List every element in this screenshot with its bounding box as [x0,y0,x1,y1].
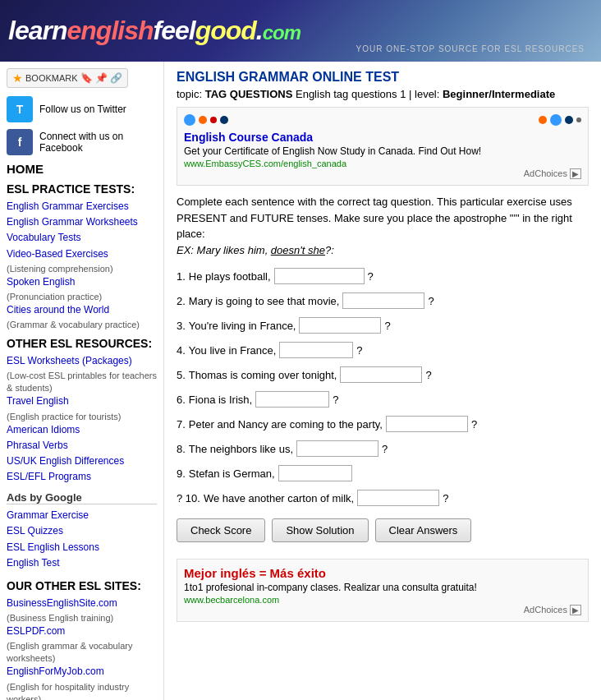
sidebar-link-usuk[interactable]: US/UK English Differences [7,454,157,469]
site-logo[interactable]: learnenglishfeelgood.com [8,16,300,46]
clear-answers-button[interactable]: Clear Answers [375,518,472,542]
test-title: ENGLISH GRAMMAR ONLINE TEST [177,70,589,85]
q10-num: ? 10. [177,492,200,504]
ad-link-lessons[interactable]: ESL English Lessons [7,540,157,555]
sidebar-link-programs[interactable]: ESL/EFL Programs [7,469,157,485]
question-8: 8. The neighbors like us, ? [177,440,589,457]
q2-num: 2. [177,295,186,307]
sidebar-link-worksheets[interactable]: ESL Worksheets (Packages) [7,353,157,369]
sidebar-link-spoken[interactable]: Spoken English [7,274,157,290]
dot6 [550,114,562,126]
ad-link-quizzes[interactable]: ESL Quizzes [7,523,157,539]
topic-name: TAG QUESTIONS [205,88,293,100]
other-section-title: OTHER ESL RESOURCES: [7,337,157,350]
sidebar: ★ BOOKMARK 🔖 📌 🔗 T Follow us on Twitter … [0,62,164,700]
q5-num: 5. [177,369,186,381]
ad-dots-right [539,114,581,126]
logo-good: good [195,16,256,45]
q6-text: Fiona is Irish, [189,394,252,406]
topic-rest: English tag questions 1 | level: [296,88,443,100]
ad-url[interactable]: www.EmbassyCES.com/english_canada [184,159,581,168]
sidebar-link-cities[interactable]: Cities around the World [7,302,157,318]
question-3: 3. You're living in France, ? [177,317,589,334]
sidebar-link-travel[interactable]: Travel English [7,394,157,409]
facebook-icon: f [7,129,33,155]
instructions: Complete each sentence with the correct … [177,194,589,258]
facebook-social[interactable]: f Connect with us on Facebook [7,129,157,155]
ad-link[interactable]: English Course Canada [184,131,313,144]
twitter-icon: T [7,96,33,122]
dot2 [199,116,207,124]
action-buttons: Check Score Show Solution Clear Answers [177,518,589,542]
site-link-eslpdf[interactable]: ESLPDF.com [7,624,157,639]
bookmark-icon2: 📌 [95,72,108,84]
site-link-job[interactable]: EnglishForMyJob.com [7,664,157,679]
site-link-business[interactable]: BusinessEnglishSite.com [7,596,157,611]
q3-input[interactable] [299,317,381,334]
q8-text: The neighbors like us, [189,443,293,455]
question-10: ? 10. We have another carton of milk, ? [177,490,589,506]
sidebar-link-vocab[interactable]: Vocabulary Tests [7,230,157,246]
sidebar-link-grammar-ws[interactable]: English Grammar Worksheets [7,214,157,230]
worksheets-note: (Low-cost ESL printables for teachers & … [7,371,157,393]
q4-input[interactable] [279,342,353,358]
q8-num: 8. [177,443,186,455]
q7-suffix: ? [471,418,477,431]
q4-num: 4. [177,344,186,357]
twitter-social[interactable]: T Follow us on Twitter [7,96,157,122]
sidebar-link-phrasal[interactable]: Phrasal Verbs [7,438,157,454]
q1-input[interactable] [274,268,365,284]
home-link[interactable]: HOME [7,162,157,176]
show-solution-button[interactable]: Show Solution [272,518,368,542]
question-5: 5. Thomas is coming over tonight, ? [177,366,589,383]
esl-section-title: ESL PRACTICE TESTS: [7,182,157,196]
dot4 [220,116,228,124]
ad-link-grammar[interactable]: Grammar Exercise [7,508,157,523]
q7-num: 7. [177,418,186,431]
travel-note: (English practice for tourists) [7,412,121,421]
bottom-ad-link[interactable]: Mejor inglés = Más éxito [184,566,326,580]
other-sites-section: OUR OTHER ESL SITES: BusinessEnglishSite… [7,579,157,700]
question-4: 4. You live in France, ? [177,342,589,358]
job-note: (English for hospitality industry worker… [7,682,129,700]
video-note: (Listening comprehension) [7,264,113,274]
business-note: (Business English training) [7,613,113,623]
bottom-ad-desc: 1to1 profesional in-company clases. Real… [184,582,581,593]
q7-input[interactable] [386,416,468,432]
q5-input[interactable] [340,366,422,383]
other-sites-title: OUR OTHER ESL SITES: [7,579,157,592]
question-7: 7. Peter and Nancy are coming to the par… [177,416,589,432]
sidebar-link-idioms[interactable]: American Idioms [7,422,157,438]
q9-input[interactable] [278,465,352,481]
q3-num: 3. [177,320,186,332]
logo-com: com [263,21,300,44]
top-ad-banner: English Course Canada Get your Certifica… [177,107,589,186]
instructions-text: Complete each sentence with the correct … [177,196,572,240]
dot3 [210,117,217,123]
q2-text: Mary is going to see that movie, [189,295,340,307]
ads-section: Ads by Google Grammar Exercise ESL Quizz… [7,491,157,571]
sidebar-link-video[interactable]: Video-Based Exercises [7,246,157,262]
sidebar-link-grammar-ex[interactable]: English Grammar Exercises [7,199,157,214]
ad-link-test[interactable]: English Test [7,555,157,571]
bookmark-label: BOOKMARK [25,73,78,83]
q5-suffix: ? [425,369,431,381]
q4-text: You live in France, [189,344,276,357]
check-score-button[interactable]: Check Score [177,518,265,542]
q8-input[interactable] [296,440,378,457]
q6-input[interactable] [255,391,329,408]
question-list: 1. He plays football, ? 2. Mary is going… [177,268,589,506]
bottom-ad-url[interactable]: www.becbarcelona.com [184,595,581,605]
q2-suffix: ? [428,295,434,307]
instructions-example: EX: Mary likes him, doesn't she?: [177,244,334,256]
logo-english: english [67,16,153,45]
ad-desc: Get your Certificate of English Now Stud… [184,145,581,157]
bookmark-bar[interactable]: ★ BOOKMARK 🔖 📌 🔗 [7,68,157,88]
q10-input[interactable] [357,490,439,506]
bottom-ad-banner: Mejor inglés = Más éxito 1to1 profesiona… [177,559,589,622]
eslpdf-note: (English grammar & vocabulary worksheets… [7,641,132,663]
ad-choices: AdChoices ▶ [184,168,581,178]
question-6: 6. Fiona is Irish, ? [177,391,589,408]
q2-input[interactable] [342,292,424,309]
dot8 [576,117,581,122]
